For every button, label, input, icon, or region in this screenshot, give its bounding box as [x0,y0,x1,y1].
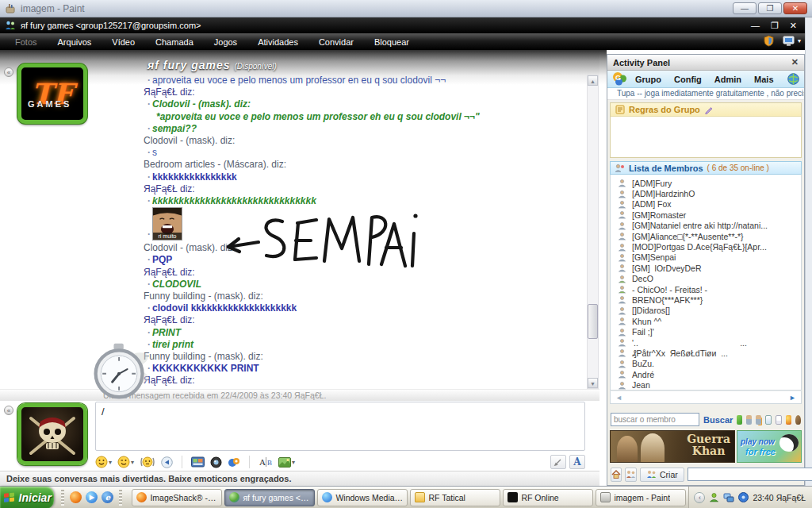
members-page-button[interactable] [625,468,637,482]
member-row[interactable]: [ADM]HardzinhO [611,188,801,198]
handwriting-mode-button[interactable] [550,455,566,469]
share-screen-icon[interactable] [783,36,796,46]
page-left-icon[interactable]: ◄ [615,394,622,402]
network-icon[interactable] [723,493,734,502]
member-search-button[interactable]: Buscar [703,415,733,425]
my-display-picture[interactable] [17,403,87,465]
media-player-quicklaunch-icon[interactable]: ▶ [86,491,98,503]
activity-panel-close-icon[interactable]: ✕ [791,57,799,67]
mask-icon[interactable] [795,415,801,425]
ri-muito-image[interactable]: ri muito [152,207,182,241]
tray-expand-icon[interactable]: ‹ [694,492,705,503]
page-right-icon[interactable]: ► [789,394,796,402]
member-row[interactable]: Khun ^^ [611,316,801,326]
voice-clip-button[interactable] [161,456,173,468]
activity-menu-item[interactable]: Grupo [629,75,668,84]
webcam-button[interactable] [210,456,222,468]
message-input[interactable]: / [95,402,585,451]
start-button[interactable]: Iniciar [0,487,54,508]
member-row[interactable]: []Didaros[] [611,306,801,316]
chat-scrollbar[interactable]: ▲ ▼ [587,75,599,389]
msn-shield-icon[interactable] [763,35,775,47]
member-row[interactable]: [ADM] Fox [611,199,801,210]
menu-item[interactable]: Chamada [145,37,204,47]
member-row[interactable]: '.. ... [611,337,801,348]
scroll-up-icon[interactable]: ▲ [588,75,598,86]
paint-close-button[interactable]: ✕ [783,2,807,14]
paint-minimize-button[interactable]: — [733,2,756,14]
guerra-khan-banner-ad[interactable]: Guerra Khan [610,430,735,463]
taskbar-window-button[interactable]: яf fury games <grou... [224,489,315,506]
group-search-input[interactable] [688,468,812,481]
stats-card-icon[interactable] [765,415,772,425]
document-icon[interactable] [776,415,782,425]
palette-icon[interactable] [786,415,791,425]
scrollbar-thumb[interactable] [588,304,598,339]
menu-item[interactable]: Atividades [247,37,308,47]
collapse-avatar-top-button[interactable]: « [4,67,13,77]
member-row[interactable]: [GM]Romaster [611,210,801,220]
internet-explorer-quicklaunch-icon[interactable]: e [102,491,113,503]
member-edit-icon[interactable] [756,415,761,425]
member-row[interactable]: Jean [611,379,801,390]
member-row[interactable]: Fail ;]' [611,326,801,337]
member-row[interactable]: DecO [611,274,801,284]
firefox-quicklaunch-icon[interactable] [70,491,82,503]
member-row[interactable]: BRENO{***AFK***} [611,294,801,305]
menu-item[interactable]: Bloquear [364,37,419,47]
member-row[interactable]: [GM]Aliance□{*-**Ausente**-*} [611,231,801,241]
member-row[interactable]: [GM] lOrDveyDeR [611,263,801,273]
menu-item[interactable]: Arquivos [48,37,102,47]
games-button[interactable] [228,456,240,468]
collapse-avatar-bottom-button[interactable]: « [4,406,13,415]
home-button[interactable] [611,468,622,482]
paint-restore-button[interactable]: ❐ [758,2,782,14]
refresh-members-icon[interactable] [737,415,742,425]
nudge-button[interactable] [140,456,155,468]
member-row[interactable]: André [611,369,801,379]
chat-close-button[interactable]: ✕ [790,21,797,31]
member-search-input[interactable] [611,413,699,426]
scroll-down-icon[interactable]: ▼ [588,378,598,388]
menu-item[interactable]: Fotos [5,37,48,47]
member-row[interactable]: BuZu. [611,359,801,369]
text-mode-button[interactable]: A [569,455,585,469]
messenger-status-icon[interactable] [709,492,719,502]
activity-menu-item[interactable]: Config [668,75,708,84]
member-avatar-icon [618,285,626,294]
activity-menu-item[interactable]: Admin [708,75,748,84]
taskbar-window-button[interactable]: ImageShack® - Imag... [132,489,222,506]
group-display-picture[interactable]: TF GAMES [17,64,87,124]
globe-icon[interactable] [787,73,799,85]
member-row[interactable]: [MOD]Portgas D.Ace{ЯąFą€Ł}[Apr... [611,241,801,252]
member-row[interactable]: ₰Påtr^Xx ЯeßøŁdTiøи ... [611,348,801,358]
emoticon-picker-button[interactable]: ▾ [95,456,112,468]
menu-item[interactable]: Convidar [308,37,364,47]
menu-item[interactable]: Vídeo [102,37,145,47]
activity-menu-item[interactable]: Mais [748,75,779,84]
chat-maximize-button[interactable]: ❐ [771,21,779,31]
background-picker-button[interactable]: ▾ [278,457,295,468]
member-row[interactable]: - ChicOo! - Freitas! - [611,284,801,294]
member-row[interactable]: [ADM]Fury [611,178,801,188]
help-icon[interactable] [738,492,749,502]
member-name: André [632,370,654,379]
chat-minimize-button[interactable]: — [751,21,760,30]
menu-item[interactable]: Jogos [204,37,247,47]
taskbar-window-button[interactable]: imagem - Paint [596,489,686,506]
taskbar-window-button[interactable]: Windows Media Player [317,489,408,506]
member-profile-icon[interactable] [746,415,752,425]
member-row[interactable]: [GM]Senpai [611,252,801,263]
play-free-banner-ad[interactable]: play now for free [737,430,802,463]
chevron-down-icon[interactable]: ▾ [798,37,801,44]
taskbar-window-button[interactable]: RF Online [503,489,593,506]
font-button[interactable]: AB [259,456,273,468]
taskbar-window-button[interactable]: RF Tatical [410,489,500,506]
create-button[interactable]: Criar [640,468,684,482]
member-row[interactable]: [GM]Nataniel entre aki http://natani... [611,221,801,231]
edit-pencil-icon[interactable] [704,105,714,114]
wink-picker-button[interactable]: ▾ [117,456,134,468]
toolbar-handle[interactable] [61,490,64,506]
toolbar-handle[interactable] [119,490,122,506]
photo-share-button[interactable] [191,456,205,468]
